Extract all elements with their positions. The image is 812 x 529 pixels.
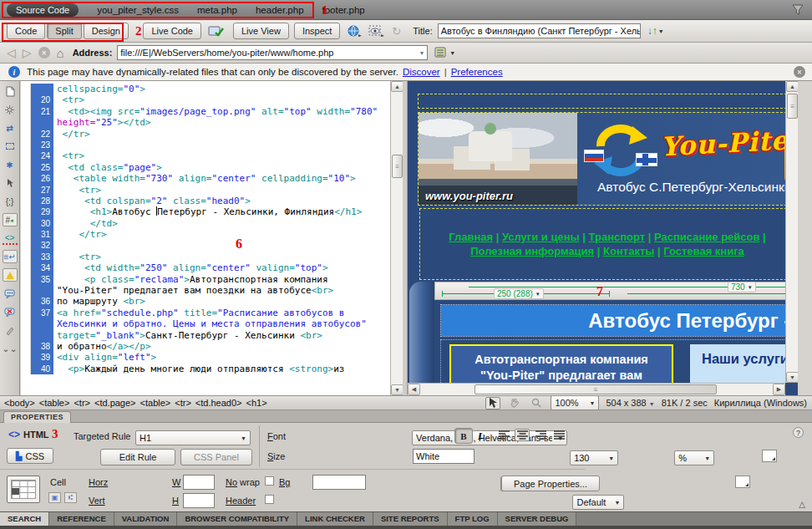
code-line[interactable]: "You-Piter" предлагает вам поездки на ав… — [21, 285, 390, 296]
line-numbers-icon[interactable]: #● — [3, 213, 18, 226]
syntax-error-alerts-icon[interactable] — [3, 268, 18, 282]
code-line[interactable]: 22 </tr> — [21, 129, 390, 140]
collapse-selection-icon[interactable] — [3, 140, 18, 153]
code-line[interactable]: 30 </td> — [21, 218, 390, 229]
page-properties-button[interactable]: Page Properties... — [501, 476, 600, 491]
scroll-up-arrow[interactable]: ▲ — [391, 81, 403, 92]
results-tab-search[interactable]: SEARCH — [0, 512, 49, 526]
design-vscroll-thumb[interactable]: ≡ — [787, 94, 798, 119]
code-scroll-thumb[interactable]: ≡ — [392, 155, 403, 178]
related-file-tab[interactable]: you_piter_style.css — [97, 5, 179, 15]
tag-selector-item[interactable]: <td.page> — [94, 398, 136, 408]
inspect-button[interactable]: Inspect — [294, 23, 340, 39]
code-line[interactable]: target="_blank">Санкт-Петербург - Хельси… — [21, 330, 390, 341]
format-source-code-icon[interactable] — [3, 323, 18, 337]
collapse-full-tag-icon[interactable]: ⇄ — [3, 121, 18, 135]
open-documents-icon[interactable] — [3, 84, 18, 98]
design-vertical-scrollbar[interactable]: ▲ ≡ ▼ — [785, 81, 798, 383]
scroll-up-arrow[interactable]: ▲ — [786, 81, 798, 92]
code-line[interactable]: 40 <p>Каждый день многие люди отправляют… — [21, 364, 390, 374]
view-button-split[interactable]: Split — [47, 23, 81, 39]
results-tab-link-checker[interactable]: LINK CHECKER — [297, 512, 373, 526]
text-color-swatch[interactable] — [762, 450, 777, 462]
split-cell-icon[interactable]: ⑆ — [64, 492, 77, 503]
forward-icon[interactable]: ▷ — [23, 46, 32, 59]
scroll-right-arrow[interactable]: ▶ — [773, 384, 785, 395]
source-code-button[interactable]: Source Code — [7, 3, 79, 17]
table-width-menu[interactable]: 730▼ — [728, 282, 756, 292]
tag-selector-item[interactable]: <h1> — [246, 398, 267, 408]
height-field[interactable] — [183, 493, 215, 508]
expand-all-icon[interactable]: ✱ — [3, 158, 18, 171]
code-navigator-icon[interactable] — [3, 103, 18, 116]
code-line[interactable]: 33 <tr> — [21, 252, 390, 262]
code-line[interactable]: Хельсинки и обратно. Цены и места отправ… — [21, 318, 390, 329]
code-editor-pane[interactable]: cellspacing="0">20 <tr>21 <td><img src="… — [21, 81, 403, 395]
code-line[interactable]: 34 <td width="250" align="center" valign… — [21, 262, 390, 273]
check-browser-compatibility-icon[interactable] — [208, 25, 225, 38]
results-tab-ftp-log[interactable]: FTP LOG — [448, 512, 498, 526]
align-center-icon[interactable] — [515, 429, 530, 441]
header-checkbox[interactable] — [265, 495, 274, 504]
live-view-button[interactable]: Live View — [233, 23, 289, 39]
nav-link[interactable]: Транспорт — [589, 231, 646, 243]
bg-color-swatch[interactable] — [735, 476, 750, 488]
tag-selector-item[interactable]: <body> — [4, 398, 35, 408]
site-banner[interactable]: www.you-piter.ru You-Piter Автобус С.Пет… — [418, 112, 795, 206]
code-vertical-scrollbar[interactable]: ▲ ≡ ▼ — [390, 81, 403, 395]
color-value-field[interactable]: White — [413, 449, 475, 464]
design-canvas[interactable]: www.you-piter.ru You-Piter Автобус С.Пет… — [408, 81, 798, 383]
word-wrap-icon[interactable]: ≡↵ — [3, 250, 18, 263]
title-input[interactable]: Автобус в Финляндию (Санкт Петербург - Х… — [438, 23, 641, 38]
more-options-chevron-icon[interactable]: ⌄⌄ — [3, 342, 18, 355]
address-input[interactable]: file:///E|/WebServers/home/you-piter/www… — [117, 45, 428, 60]
code-line[interactable]: 35 <p class="reclama">Автотранспортная к… — [21, 274, 390, 285]
zoom-tool-icon[interactable] — [529, 397, 544, 409]
tag-selector-item[interactable]: <table> — [140, 398, 171, 408]
related-file-tab[interactable]: header.php — [256, 5, 304, 15]
content-cells-row[interactable]: Автотранспортная компания "You-Piter" пр… — [441, 340, 798, 383]
align-left-icon[interactable] — [496, 429, 511, 441]
tag-selector-item[interactable]: <table> — [39, 398, 70, 408]
code-line[interactable]: 39<div align="left"> — [21, 352, 390, 363]
collapse-panel-icon[interactable]: △ — [799, 500, 805, 509]
preferences-link[interactable]: Preferences — [451, 67, 503, 77]
results-tab-browser-compatibility[interactable]: BROWSER COMPATIBILITY — [177, 512, 297, 526]
targeted-rule-dropdown[interactable]: H1▼ — [135, 430, 251, 445]
properties-tab[interactable]: PROPERTIES — [3, 411, 71, 423]
table-width-indicator[interactable]: 250 (288)▼ 730▼ — [434, 282, 798, 300]
nav-link[interactable]: Расписание рейсов — [654, 231, 759, 243]
page-heading-bar[interactable]: Автобус Петербург - Хельсинки — [441, 305, 798, 336]
nav-link[interactable]: Гостевая книга — [663, 245, 744, 257]
related-file-tab[interactable]: meta.php — [197, 5, 237, 15]
magnification-dropdown[interactable]: 100%▼ — [551, 395, 599, 410]
design-table-row-top[interactable] — [418, 94, 795, 109]
code-line[interactable]: 29 <h1>Автобус Петербург - Хельсинки, Фи… — [21, 206, 390, 217]
tag-selector[interactable]: <body><table><tr><td.page><table><tr><td… — [0, 398, 267, 408]
view-button-code[interactable]: Code — [7, 23, 45, 39]
code-line[interactable]: 31 </tr> — [21, 229, 390, 240]
bold-button[interactable]: B — [454, 428, 473, 444]
tag-selector-item[interactable]: <tr> — [74, 398, 90, 408]
hand-tool-icon[interactable] — [507, 397, 522, 409]
balance-braces-icon[interactable]: {;} — [3, 195, 18, 208]
scroll-down-arrow[interactable]: ▼ — [786, 372, 798, 383]
stop-icon[interactable]: × — [38, 47, 50, 58]
scroll-down-arrow[interactable]: ▼ — [391, 384, 403, 395]
design-hscroll-thumb[interactable]: ≡ — [475, 384, 717, 394]
tag-selector-item[interactable]: <tr> — [175, 398, 191, 408]
align-justify-icon[interactable] — [551, 429, 566, 441]
refresh-icon[interactable]: ↻ — [392, 25, 401, 38]
back-icon[interactable]: ◁ — [7, 46, 16, 59]
code-line[interactable]: 24 <tr> — [21, 150, 390, 161]
view-button-design[interactable]: Design — [84, 23, 129, 39]
nav-link[interactable]: Полезная информация — [470, 245, 594, 257]
italic-button[interactable]: I — [478, 430, 482, 443]
home-icon[interactable]: ⌂ — [57, 46, 64, 60]
nav-link[interactable]: Контакты — [603, 245, 654, 257]
discover-link[interactable]: Discover — [403, 67, 440, 77]
select-tool-icon[interactable] — [485, 397, 500, 409]
results-tab-server-debug[interactable]: SERVER DEBUG — [498, 512, 577, 526]
design-horizontal-scrollbar[interactable]: ◀ ≡ ▶ — [408, 383, 785, 395]
css-mode-button[interactable]: ▙ CSS — [7, 448, 53, 464]
